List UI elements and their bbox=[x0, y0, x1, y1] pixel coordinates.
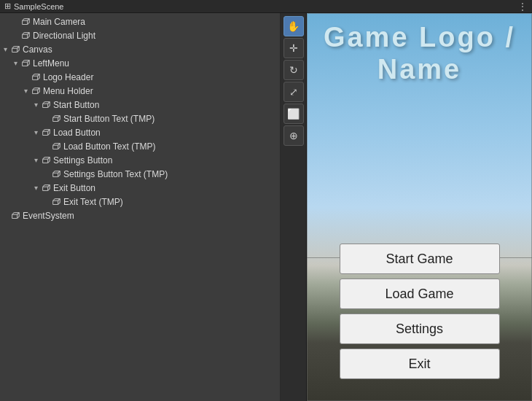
tree-arrow-menu-holder[interactable] bbox=[20, 87, 31, 95]
tree-item-start-button-text[interactable]: Start Button Text (TMP) bbox=[0, 112, 280, 125]
cube-icon-canvas bbox=[10, 44, 20, 55]
hierarchy-header: ⊞ SampleScene ⋮ bbox=[0, 0, 532, 13]
tree-item-main-camera[interactable]: Main Camera bbox=[0, 15, 280, 28]
tree-item-settings-button[interactable]: Settings Button bbox=[0, 153, 280, 167]
tree-label-directional-light: Directional Light bbox=[33, 31, 95, 41]
hand-tool-button[interactable]: ✋ bbox=[283, 16, 304, 36]
cube-icon-settings-button bbox=[41, 155, 51, 166]
tree-item-left-menu[interactable]: LeftMenu bbox=[0, 56, 280, 70]
cube-icon-left-menu bbox=[20, 58, 31, 69]
tool-strip: ✋✛↻⤢⬜⊕ bbox=[281, 13, 307, 401]
move-tool-button[interactable]: ✛ bbox=[283, 38, 304, 58]
tree-label-start-button-text: Start Button Text (TMP) bbox=[63, 114, 154, 124]
tree-label-menu-holder: Menu Holder bbox=[43, 86, 93, 96]
tree-item-load-button[interactable]: Load Button bbox=[0, 125, 280, 139]
tree-label-load-button-text: Load Button Text (TMP) bbox=[63, 141, 156, 152]
tree-label-exit-text: Exit Text (TMP) bbox=[63, 197, 123, 207]
cube-icon-start-button-text bbox=[51, 114, 61, 124]
game-view: Game Logo / Name Start GameLoad GameSett… bbox=[307, 13, 532, 401]
rect-tool-button[interactable]: ⬜ bbox=[283, 104, 304, 124]
cube-icon-event-system bbox=[10, 211, 20, 221]
tree-arrow-start-button[interactable] bbox=[31, 101, 41, 109]
tree-label-main-camera: Main Camera bbox=[33, 17, 85, 27]
cube-icon-load-button bbox=[41, 128, 51, 138]
tree-item-load-button-text[interactable]: Load Button Text (TMP) bbox=[0, 139, 280, 153]
cube-icon-start-button bbox=[41, 100, 51, 110]
exit-button[interactable]: Exit bbox=[340, 349, 500, 379]
tree-item-settings-button-text[interactable]: Settings Button Text (TMP) bbox=[0, 167, 280, 181]
tree-label-event-system: EventSystem bbox=[23, 211, 74, 221]
cube-icon-exit-button bbox=[41, 183, 51, 193]
cube-icon-logo-header bbox=[31, 72, 41, 82]
tree-label-exit-button: Exit Button bbox=[53, 183, 95, 193]
main-layout: Main CameraDirectional LightCanvasLeftMe… bbox=[0, 13, 532, 401]
tree-label-left-menu: LeftMenu bbox=[33, 58, 69, 69]
tree-item-directional-light[interactable]: Directional Light bbox=[0, 28, 280, 42]
tree-item-exit-text[interactable]: Exit Text (TMP) bbox=[0, 195, 280, 209]
tree-arrow-exit-button[interactable] bbox=[31, 184, 41, 192]
scene-menu-button[interactable]: ⋮ bbox=[517, 1, 528, 12]
tree-label-load-button: Load Button bbox=[53, 128, 101, 138]
tree-label-start-button: Start Button bbox=[53, 100, 99, 110]
ui-buttons-container: Start GameLoad GameSettingsExit bbox=[340, 244, 500, 379]
hierarchy-panel[interactable]: Main CameraDirectional LightCanvasLeftMe… bbox=[0, 13, 281, 401]
tree-arrow-load-button[interactable] bbox=[31, 128, 41, 136]
cube-icon-exit-text bbox=[51, 197, 61, 207]
tree-arrow-canvas[interactable] bbox=[0, 45, 10, 53]
tree-arrow-settings-button[interactable] bbox=[31, 156, 41, 164]
tree-item-menu-holder[interactable]: Menu Holder bbox=[0, 84, 280, 98]
tree-label-logo-header: Logo Header bbox=[43, 72, 93, 82]
scene-title: SampleScene bbox=[14, 2, 64, 11]
tree-item-start-button[interactable]: Start Button bbox=[0, 98, 280, 112]
start-game-button[interactable]: Start Game bbox=[340, 244, 500, 274]
settings-button[interactable]: Settings bbox=[340, 314, 500, 344]
transform-tool-button[interactable]: ⊕ bbox=[283, 125, 304, 146]
game-logo: Game Logo / Name bbox=[307, 22, 532, 85]
cube-icon-menu-holder bbox=[31, 86, 41, 96]
game-logo-line1: Game Logo / bbox=[307, 22, 532, 54]
tree-item-exit-button[interactable]: Exit Button bbox=[0, 181, 280, 195]
game-logo-line2: Name bbox=[307, 54, 532, 86]
cube-icon-main-camera bbox=[20, 17, 31, 27]
cube-icon-directional-light bbox=[20, 31, 31, 41]
tree-arrow-left-menu[interactable] bbox=[10, 59, 20, 67]
tree-item-event-system[interactable]: EventSystem bbox=[0, 209, 280, 222]
cube-icon-load-button-text bbox=[51, 141, 61, 152]
load-game-button[interactable]: Load Game bbox=[340, 279, 500, 309]
cube-icon-settings-button-text bbox=[51, 169, 61, 179]
rotate-tool-button[interactable]: ↻ bbox=[283, 60, 304, 80]
right-panel: ✋✛↻⤢⬜⊕ Game Logo / Name Start GameLoad G… bbox=[281, 13, 532, 401]
tree-item-logo-header[interactable]: Logo Header bbox=[0, 70, 280, 84]
scene-icon: ⊞ bbox=[4, 1, 11, 11]
tree-label-settings-button: Settings Button bbox=[53, 155, 112, 166]
tree-label-canvas: Canvas bbox=[23, 44, 52, 55]
tree-label-settings-button-text: Settings Button Text (TMP) bbox=[63, 169, 168, 179]
scale-tool-button[interactable]: ⤢ bbox=[283, 82, 304, 102]
tree-item-canvas[interactable]: Canvas bbox=[0, 42, 280, 56]
